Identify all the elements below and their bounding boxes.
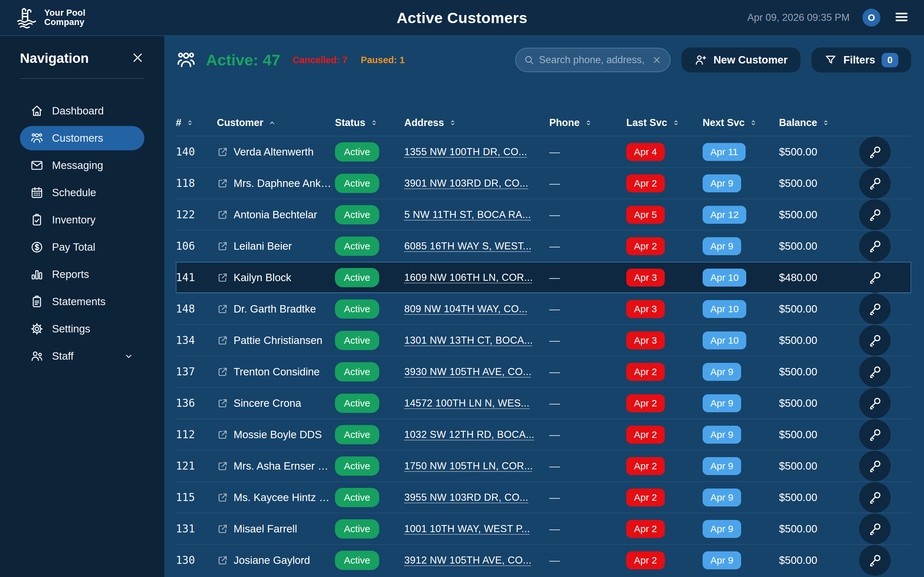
sort-icon xyxy=(822,119,830,127)
service-key-button[interactable] xyxy=(859,137,891,167)
table-row[interactable]: 106Leilani BeierActive6085 16TH WAY S, W… xyxy=(176,230,911,261)
column-header-balance[interactable]: Balance xyxy=(779,117,859,129)
hamburger-icon xyxy=(893,9,910,25)
table-row[interactable]: 136Sincere CronaActive14572 100TH LN N, … xyxy=(176,387,911,419)
table-row[interactable]: 118Mrs. Daphnee Anku...Active3901 NW 103… xyxy=(176,167,911,199)
table-row[interactable]: 130Josiane GaylordActive3912 NW 105TH AV… xyxy=(176,544,911,576)
status-badge: Active xyxy=(335,362,379,382)
service-key-button[interactable] xyxy=(859,545,891,576)
hamburger-menu-button[interactable] xyxy=(893,9,910,27)
address-link[interactable]: 1355 NW 100TH DR, CO... xyxy=(404,146,549,158)
external-link-icon xyxy=(217,303,228,315)
address-link[interactable]: 3930 NW 105TH AVE, CO... xyxy=(404,366,549,378)
sidebar-close-button[interactable] xyxy=(131,51,144,66)
table-row[interactable]: 148Dr. Garth BradtkeActive809 NW 104TH W… xyxy=(176,293,911,324)
sidebar-item-pay-total[interactable]: Pay Total xyxy=(20,235,144,259)
key-icon xyxy=(867,522,882,536)
phone-value: — xyxy=(549,397,626,409)
column-header-status[interactable]: Status xyxy=(335,117,404,129)
address-link[interactable]: 5 NW 11TH ST, BOCA RA... xyxy=(404,209,549,221)
column-header-customer[interactable]: Customer xyxy=(217,117,335,129)
customer-name-link[interactable]: Mrs. Asha Ernser DDS xyxy=(217,460,335,472)
service-key-button[interactable] xyxy=(859,168,891,199)
customer-name-link[interactable]: Leilani Beier xyxy=(217,240,335,252)
column-header-next-svc[interactable]: Next Svc xyxy=(703,117,779,129)
customer-name-link[interactable]: Mrs. Daphnee Anku... xyxy=(217,177,335,189)
sidebar: Navigation DashboardCustomersMessagingSc… xyxy=(0,36,164,577)
table-row[interactable]: 115Ms. Kaycee Hintz D...Active3955 NW 10… xyxy=(176,482,911,513)
sidebar-item-messaging[interactable]: Messaging xyxy=(20,153,144,177)
service-key-button[interactable] xyxy=(859,325,891,356)
customer-name-link[interactable]: Ms. Kaycee Hintz D... xyxy=(217,492,335,504)
customer-name-link[interactable]: Sincere Crona xyxy=(217,397,335,409)
table-row[interactable]: 137Trenton ConsidineActive3930 NW 105TH … xyxy=(176,356,911,387)
sidebar-item-reports[interactable]: Reports xyxy=(20,262,144,287)
service-key-button[interactable] xyxy=(859,293,891,324)
address-link[interactable]: 1001 10TH WAY, WEST P... xyxy=(404,523,549,535)
sidebar-item-label: Pay Total xyxy=(52,241,95,253)
table-row[interactable]: 134Pattie ChristiansenActive1301 NW 13TH… xyxy=(176,324,911,356)
address-link[interactable]: 1032 SW 12TH RD, BOCA... xyxy=(404,429,549,440)
next-svc-badge: Apr 9 xyxy=(703,363,741,381)
sidebar-item-statements[interactable]: Statements xyxy=(20,290,144,314)
next-svc-badge: Apr 10 xyxy=(703,269,746,287)
sidebar-item-inventory[interactable]: Inventory xyxy=(20,208,144,232)
balance-value: $500.00 xyxy=(779,397,859,409)
filters-button[interactable]: Filters 0 xyxy=(811,47,911,73)
service-key-button[interactable] xyxy=(859,451,891,482)
sidebar-item-staff[interactable]: Staff xyxy=(20,344,144,368)
service-key-button[interactable] xyxy=(859,356,891,387)
table-row[interactable]: 140Verda AltenwerthActive1355 NW 100TH D… xyxy=(176,136,911,167)
search-input[interactable] xyxy=(539,54,647,66)
sidebar-item-dashboard[interactable]: Dashboard xyxy=(20,99,144,123)
service-key-button[interactable] xyxy=(859,231,891,261)
customer-name-link[interactable]: Dr. Garth Bradtke xyxy=(217,303,335,315)
column-header-phone[interactable]: Phone xyxy=(549,117,626,129)
table-row[interactable]: 131Misael FarrellActive1001 10TH WAY, WE… xyxy=(176,513,911,544)
customer-name-link[interactable]: Kailyn Block xyxy=(217,271,335,284)
customer-name-link[interactable]: Misael Farrell xyxy=(217,523,335,535)
table-row[interactable]: 141Kailyn BlockActive1609 NW 106TH LN, C… xyxy=(176,261,911,293)
service-key-button[interactable] xyxy=(859,514,891,544)
active-count: Active: 47 xyxy=(206,51,280,69)
user-avatar[interactable]: O xyxy=(863,9,880,27)
balance-value: $500.00 xyxy=(779,554,859,566)
address-link[interactable]: 1609 NW 106TH LN, COR... xyxy=(404,272,549,284)
external-link-icon xyxy=(217,240,228,252)
service-key-button[interactable] xyxy=(859,482,891,513)
sidebar-item-label: Customers xyxy=(52,132,103,144)
address-link[interactable]: 14572 100TH LN N, WES... xyxy=(404,398,549,409)
service-key-button[interactable] xyxy=(859,388,891,419)
service-key-button[interactable] xyxy=(859,199,891,230)
customer-name-link[interactable]: Antonia Bechtelar xyxy=(217,209,335,221)
sidebar-item-customers[interactable]: Customers xyxy=(20,126,144,150)
customer-name-link[interactable]: Josiane Gaylord xyxy=(217,554,335,566)
customer-name-link[interactable]: Trenton Considine xyxy=(217,366,335,378)
column-header-address[interactable]: Address xyxy=(404,117,549,129)
address-link[interactable]: 3901 NW 103RD DR, CO... xyxy=(404,177,549,189)
new-customer-button[interactable]: New Customer xyxy=(682,47,800,73)
address-link[interactable]: 3912 NW 105TH AVE, CO... xyxy=(404,554,549,566)
customer-name-link[interactable]: Pattie Christiansen xyxy=(217,334,335,347)
table-row[interactable]: 122Antonia BechtelarActive5 NW 11TH ST, … xyxy=(176,199,911,230)
status-badge: Active xyxy=(335,268,379,287)
address-link[interactable]: 3955 NW 103RD DR, CO... xyxy=(404,492,549,503)
table-row[interactable]: 121Mrs. Asha Ernser DDSActive1750 NW 105… xyxy=(176,450,911,482)
customer-name-link[interactable]: Mossie Boyle DDS xyxy=(217,429,335,441)
sidebar-heading: Navigation xyxy=(20,51,89,66)
column-header-#[interactable]: # xyxy=(176,117,217,129)
customer-name-link[interactable]: Verda Altenwerth xyxy=(217,146,335,158)
sidebar-item-schedule[interactable]: Schedule xyxy=(20,181,144,205)
address-link[interactable]: 1301 NW 13TH CT, BOCA... xyxy=(404,335,549,346)
status-badge: Active xyxy=(335,394,379,413)
sidebar-item-settings[interactable]: Settings xyxy=(20,317,144,341)
address-link[interactable]: 6085 16TH WAY S, WEST... xyxy=(404,240,549,252)
service-key-button[interactable] xyxy=(859,262,891,293)
service-key-button[interactable] xyxy=(859,419,891,450)
table-row[interactable]: 112Mossie Boyle DDSActive1032 SW 12TH RD… xyxy=(176,419,911,450)
address-link[interactable]: 1750 NW 105TH LN, COR... xyxy=(404,460,549,472)
clear-search-icon[interactable] xyxy=(651,55,662,65)
address-link[interactable]: 809 NW 104TH WAY, CO... xyxy=(404,303,549,315)
column-header-last-svc[interactable]: Last Svc xyxy=(626,117,703,129)
customer-number: 131 xyxy=(176,522,217,535)
